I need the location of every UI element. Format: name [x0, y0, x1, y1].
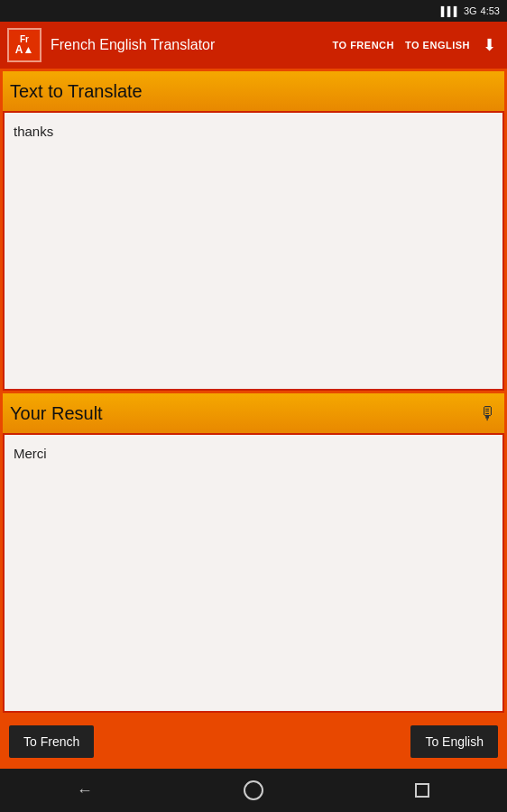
status-bar-content: ▌▌▌ 3G 4:53	[441, 5, 500, 16]
header-actions: TO FRENCH TO ENGLISH ⬇	[331, 35, 501, 55]
input-section-header: Text to Translate	[3, 71, 504, 111]
back-button[interactable]: ←	[58, 772, 112, 808]
header-to-french-button[interactable]: TO FRENCH	[331, 36, 396, 54]
input-section-title: Text to Translate	[10, 81, 143, 102]
logo-text: Fr A▲	[15, 34, 34, 56]
recents-icon	[415, 783, 429, 798]
recents-button[interactable]	[395, 772, 449, 808]
home-button[interactable]	[226, 772, 281, 808]
home-icon	[244, 780, 263, 800]
to-english-button[interactable]: To English	[410, 725, 498, 758]
app-logo: Fr A▲	[7, 28, 41, 62]
app-header: Fr A▲ French English Translator TO FRENC…	[0, 22, 507, 69]
status-bar: ▌▌▌ 3G 4:53	[0, 0, 507, 22]
microphone-icon[interactable]: 🎙	[479, 403, 497, 424]
result-section-title: Your Result	[10, 403, 103, 424]
to-french-button[interactable]: To French	[9, 725, 94, 758]
back-icon: ←	[77, 781, 93, 800]
network-type: 3G	[464, 5, 477, 16]
main-content: Text to Translate Your Result 🎙	[0, 69, 507, 715]
app-title: French English Translator	[51, 37, 322, 53]
input-textarea[interactable]	[3, 111, 504, 391]
download-icon[interactable]: ⬇	[479, 35, 500, 55]
time-display: 4:53	[481, 5, 500, 16]
result-textarea	[3, 433, 504, 713]
input-section: Text to Translate	[3, 71, 504, 391]
result-section: Your Result 🎙	[3, 393, 504, 713]
header-to-english-button[interactable]: TO ENGLISH	[403, 36, 472, 54]
signal-icon: ▌▌▌	[441, 6, 460, 16]
nav-bar: ←	[0, 769, 507, 812]
bottom-bar: To French To English	[0, 715, 507, 769]
result-section-header: Your Result 🎙	[3, 393, 504, 433]
